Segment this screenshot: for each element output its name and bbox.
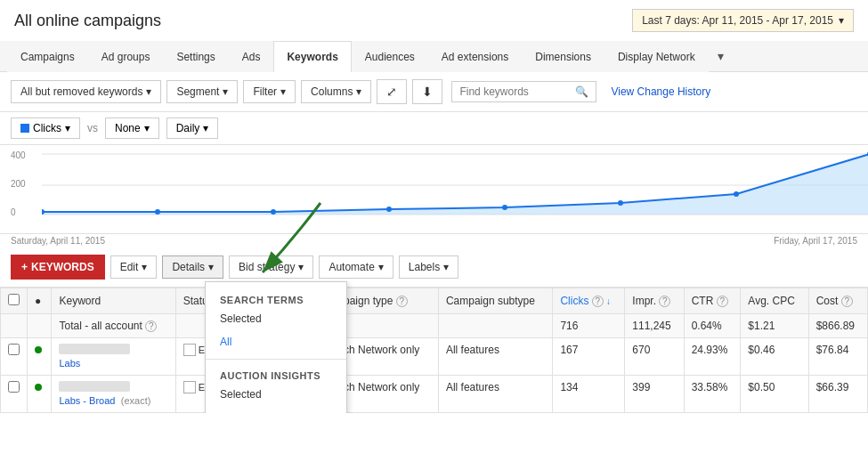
row2-clicks-cell: 134: [553, 376, 625, 413]
metric1-button[interactable]: Clicks ▾: [11, 118, 80, 139]
filter-button[interactable]: Filter ▾: [243, 80, 296, 103]
y-label-400: 400: [11, 150, 26, 160]
labels-dropdown-icon: ▾: [443, 261, 449, 273]
segment-dropdown-icon: ▾: [223, 85, 228, 98]
columns-dropdown-icon: ▾: [356, 85, 361, 98]
select-all-checkbox-header[interactable]: [1, 288, 28, 314]
table-row: Labs Eligible $0.50 Search Network only …: [1, 338, 868, 376]
select-all-checkbox[interactable]: [8, 294, 20, 305]
chart-controls: Clicks ▾ vs None ▾ Daily ▾: [0, 112, 868, 145]
row1-ctr-cell: 24.93%: [684, 338, 741, 376]
page-title: All online campaigns: [14, 12, 161, 30]
view-history-link[interactable]: View Change History: [611, 85, 710, 98]
row1-eligible-icon: [183, 344, 196, 356]
campaign-type-help-icon[interactable]: ?: [396, 296, 408, 307]
tab-ad-groups[interactable]: Ad groups: [88, 41, 164, 72]
more-tabs-button[interactable]: ▾: [709, 42, 733, 70]
metric1-label: Clicks: [33, 122, 61, 134]
row1-keyword-cell: Labs: [52, 338, 175, 376]
action-bar: + KEYWORDS Edit ▾ Details ▾ Bid strategy…: [0, 247, 868, 288]
columns-button[interactable]: Columns ▾: [301, 80, 371, 103]
auction-insights-selected-item[interactable]: Selected: [206, 383, 346, 406]
tab-display-network[interactable]: Display Network: [604, 41, 709, 72]
row1-checkbox[interactable]: [8, 344, 20, 355]
svg-marker-3: [42, 154, 868, 215]
filter-keywords-label: All but removed keywords: [20, 85, 142, 98]
clicks-help-icon[interactable]: ?: [592, 296, 604, 307]
metric2-button[interactable]: None ▾: [105, 118, 159, 139]
dropdown-divider: [206, 359, 346, 360]
edit-button[interactable]: Edit ▾: [110, 255, 158, 279]
tab-ad-extensions[interactable]: Ad extensions: [428, 41, 522, 72]
row2-cost-cell: $66.39: [808, 376, 867, 413]
x-label-left: Saturday, April 11, 2015: [11, 236, 105, 246]
columns-label: Columns: [311, 85, 353, 98]
ctr-col-header: CTR ?: [684, 288, 741, 314]
date-range-button[interactable]: Last 7 days: Apr 11, 2015 - Apr 17, 2015…: [632, 9, 854, 32]
svg-point-7: [386, 207, 392, 212]
tab-ads[interactable]: Ads: [229, 41, 274, 72]
download-button[interactable]: ⬇: [412, 79, 442, 104]
svg-point-6: [271, 209, 276, 215]
add-keywords-label: KEYWORDS: [31, 261, 94, 273]
cost-help-icon[interactable]: ?: [841, 296, 853, 307]
impr-col-header: Impr. ?: [625, 288, 684, 314]
tab-campaigns[interactable]: Campaigns: [7, 41, 88, 72]
filter-label: Filter: [253, 85, 277, 98]
tab-dimensions[interactable]: Dimensions: [522, 41, 604, 72]
details-dropdown-icon: ▾: [208, 261, 214, 273]
status-col-header: ●: [28, 288, 52, 314]
bid-strategy-dropdown-icon: ▾: [298, 261, 304, 273]
total-label: Total - all account: [59, 320, 142, 332]
metric2-label: None: [115, 122, 141, 134]
campaign-subtype-col-header: Campaign subtype: [438, 288, 553, 314]
interval-button[interactable]: Daily ▾: [166, 118, 219, 139]
y-label-0: 0: [11, 207, 26, 217]
total-help-icon[interactable]: ?: [145, 320, 157, 332]
row2-campaign-subtype-cell: All features: [438, 376, 553, 413]
total-status-cell: [28, 314, 52, 338]
avg-cpc-col-header: Avg. CPC: [741, 288, 808, 314]
tab-bar: Campaigns Ad groups Settings Ads Keyword…: [0, 41, 868, 72]
segment-button[interactable]: Segment ▾: [166, 80, 238, 103]
row2-checkbox[interactable]: [8, 381, 20, 393]
ctr-help-icon[interactable]: ?: [717, 296, 728, 307]
row1-keyword-blur: [59, 344, 130, 354]
automate-button[interactable]: Automate ▾: [319, 255, 393, 279]
details-button[interactable]: Details ▾: [162, 255, 223, 279]
row2-impr-cell: 399: [625, 376, 684, 413]
impr-help-icon[interactable]: ?: [659, 296, 670, 307]
filter-dropdown-icon: ▾: [146, 85, 151, 98]
tab-settings[interactable]: Settings: [163, 41, 228, 72]
clicks-sort-arrow: ↓: [606, 296, 611, 306]
svg-point-5: [155, 209, 160, 215]
auction-insights-section-title: AUCTION INSIGHTS: [206, 365, 346, 383]
add-keywords-button[interactable]: + KEYWORDS: [11, 255, 105, 280]
search-terms-section-title: SEARCH TERMS: [206, 289, 346, 307]
labels-button[interactable]: Labels ▾: [399, 255, 458, 279]
automate-dropdown-icon: ▾: [378, 261, 384, 273]
chart-area: 400 200 0: [0, 145, 868, 234]
row1-dot-cell: [28, 338, 52, 376]
row1-cost-cell: $76.84: [808, 338, 867, 376]
row2-eligible-icon: [183, 381, 196, 393]
tab-audiences[interactable]: Audiences: [352, 41, 428, 72]
chart-icon-button[interactable]: ⤢: [377, 79, 407, 104]
search-terms-all-item[interactable]: All: [206, 330, 346, 353]
segment-label: Segment: [176, 85, 219, 98]
row1-checkbox-cell[interactable]: [1, 338, 28, 376]
bid-strategy-label: Bid strategy: [239, 261, 295, 273]
auction-insights-all-item[interactable]: All: [206, 406, 346, 413]
row2-campaign-link[interactable]: Labs - Broad: [59, 395, 115, 406]
search-terms-selected-item[interactable]: Selected: [206, 307, 346, 330]
toolbar: All but removed keywords ▾ Segment ▾ Fil…: [0, 72, 868, 112]
row1-campaign-link[interactable]: Labs: [59, 358, 80, 369]
search-input[interactable]: [459, 85, 575, 98]
clicks-col-header[interactable]: Clicks ? ↓: [553, 288, 625, 314]
row2-checkbox-cell[interactable]: [1, 376, 28, 413]
tab-keywords[interactable]: Keywords: [273, 41, 351, 72]
date-range-label: Last 7 days: Apr 11, 2015 - Apr 17, 2015: [642, 14, 833, 27]
bid-strategy-button[interactable]: Bid strategy ▾: [229, 255, 313, 279]
filter-keywords-button[interactable]: All but removed keywords ▾: [11, 80, 161, 103]
keyword-col-header[interactable]: Keyword: [52, 288, 175, 314]
